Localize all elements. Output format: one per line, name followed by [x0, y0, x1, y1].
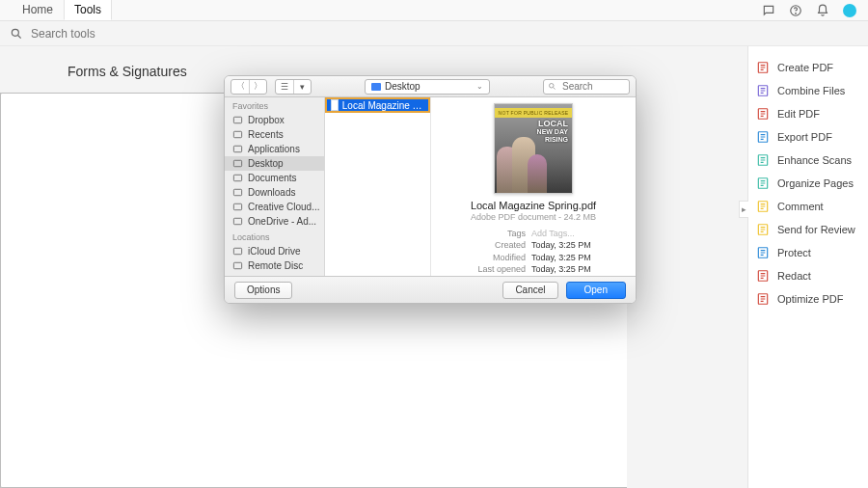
svg-rect-28	[233, 203, 241, 209]
documents-icon	[232, 173, 243, 183]
panel-item-label: Edit PDF	[777, 108, 820, 120]
svg-point-2	[12, 29, 18, 36]
panel-item[interactable]: Comment	[756, 195, 860, 218]
search-icon	[548, 82, 556, 91]
sidebar-item[interactable]: Dropbox	[225, 113, 324, 127]
downloads-icon	[232, 187, 243, 198]
panel-item[interactable]: Export PDF	[756, 125, 860, 149]
sidebar-item[interactable]: Remote Disc	[225, 258, 324, 273]
export-pdf-icon	[756, 130, 770, 144]
panel-item[interactable]: Optimize PDF	[756, 287, 860, 311]
finder-toolbar: 〈〉 ☰▾ Desktop ⌄	[225, 76, 636, 97]
svg-rect-25	[233, 160, 241, 166]
panel-item-label: Optimize PDF	[777, 293, 843, 305]
path-dropdown[interactable]: Desktop ⌄	[365, 79, 490, 95]
tab-tools[interactable]: Tools	[64, 0, 112, 20]
svg-point-1	[796, 13, 797, 14]
user-avatar[interactable]	[843, 4, 856, 17]
optimize-pdf-icon	[756, 292, 770, 306]
nav-back-forward[interactable]: 〈〉	[231, 79, 267, 95]
panel-item-label: Create PDF	[777, 62, 833, 73]
panel-item-label: Redact	[777, 270, 811, 282]
cancel-button[interactable]: Cancel	[502, 282, 557, 299]
options-button[interactable]: Options	[234, 282, 292, 299]
svg-rect-26	[233, 175, 241, 180]
panel-item[interactable]: Organize Pages	[756, 172, 860, 195]
redact-icon	[756, 269, 770, 283]
panel-item[interactable]: Edit PDF	[756, 102, 860, 125]
svg-rect-22	[233, 117, 241, 122]
file-row-selected[interactable]: Local Magazine Spring.pdf	[325, 97, 430, 113]
panel-item[interactable]: Redact	[756, 264, 860, 287]
sidebar-item[interactable]: Downloads	[225, 185, 324, 200]
app-tabs: Home Tools	[0, 0, 868, 21]
finder-search[interactable]	[543, 79, 630, 95]
dropbox-icon	[232, 115, 243, 125]
tools-search-input[interactable]	[29, 26, 222, 41]
section-customize: Customize Create Custom Tool Add▾ Action…	[68, 322, 747, 436]
sidebar-item[interactable]: OneDrive - Ad...	[225, 214, 324, 229]
svg-rect-30	[233, 248, 241, 254]
folder-icon	[371, 83, 381, 91]
clock-icon	[232, 129, 243, 140]
preview-subtitle: Adobe PDF document - 24.2 MB	[471, 212, 596, 222]
file-thumbnail: NOT FOR PUBLIC RELEASE LOCALNEW DAYRISIN…	[494, 103, 573, 194]
tools-search-bar	[0, 21, 868, 46]
panel-item[interactable]: Enhance Scans	[756, 149, 860, 172]
panel-item-label: Comment	[777, 201, 824, 212]
panel-item[interactable]: Combine Files	[756, 79, 860, 102]
panel-item[interactable]: Protect	[756, 241, 860, 264]
panel-item[interactable]: Create PDF	[756, 56, 860, 79]
comment-bubble-icon[interactable]	[762, 4, 775, 17]
sidebar-header-locations: Locations	[225, 229, 324, 244]
forward-icon: 〉	[249, 80, 266, 94]
bell-icon[interactable]	[816, 4, 829, 17]
svg-rect-29	[233, 218, 241, 224]
finder-sidebar: Favorites DropboxRecentsApplicationsDesk…	[225, 97, 325, 276]
sidebar-item[interactable]: Recents	[225, 127, 324, 142]
tool-action-button[interactable]: Add▾	[481, 415, 495, 434]
sidebar-item[interactable]: Applications	[225, 142, 324, 156]
collapse-panel-button[interactable]: ▸	[739, 201, 748, 218]
panel-item-label: Protect	[777, 247, 811, 258]
svg-point-21	[550, 84, 555, 89]
panel-item[interactable]: Send for Review	[756, 218, 860, 241]
apps-icon	[232, 144, 243, 154]
panel-item-label: Export PDF	[777, 131, 832, 143]
disc-icon	[232, 260, 243, 271]
combine-files-icon	[756, 84, 770, 97]
back-icon: 〈	[231, 80, 249, 94]
create-pdf-icon	[756, 61, 770, 74]
panel-item-label: Send for Review	[777, 224, 855, 235]
file-open-dialog: 〈〉 ☰▾ Desktop ⌄ Favorites DropboxRecents…	[224, 75, 637, 304]
panel-item-label: Organize Pages	[777, 177, 854, 189]
cloud-icon	[232, 216, 243, 227]
file-list-column: Local Magazine Spring.pdf	[325, 97, 431, 276]
tab-home[interactable]: Home	[12, 0, 64, 20]
view-mode-segment[interactable]: ☰▾	[275, 79, 312, 95]
finder-footer: Options Cancel Open	[225, 276, 636, 303]
open-button[interactable]: Open	[566, 282, 626, 299]
sidebar-item[interactable]: Documents	[225, 171, 324, 185]
finder-search-input[interactable]	[560, 80, 618, 93]
file-preview-pane: NOT FOR PUBLIC RELEASE LOCALNEW DAYRISIN…	[431, 97, 636, 276]
comment-icon	[756, 200, 770, 213]
sidebar-item[interactable]: Desktop	[225, 156, 324, 171]
pdf-file-icon	[331, 99, 339, 111]
chevron-updown-icon: ⌄	[476, 82, 483, 91]
right-tool-panel: ▸ Create PDFCombine FilesEdit PDFExport …	[747, 46, 868, 488]
edit-pdf-icon	[756, 107, 770, 121]
add-tags-button[interactable]: Add Tags...	[531, 228, 575, 240]
sidebar-item[interactable]: iCloud Drive	[225, 244, 324, 258]
preview-filename: Local Magazine Spring.pdf	[471, 200, 596, 211]
help-icon[interactable]	[789, 4, 802, 17]
sidebar-item[interactable]: Creative Cloud...	[225, 200, 324, 214]
sidebar-header-favorites: Favorites	[225, 97, 324, 113]
preview-metadata: TagsAdd Tags... CreatedToday, 3:25 PM Mo…	[431, 228, 636, 276]
svg-rect-23	[233, 131, 241, 137]
cloud-icon	[232, 202, 243, 212]
svg-rect-24	[233, 146, 241, 151]
desktop-icon	[232, 158, 243, 169]
tool-javascript[interactable]: JavaScript Add▾	[449, 347, 527, 436]
enhance-scans-icon	[756, 153, 770, 167]
